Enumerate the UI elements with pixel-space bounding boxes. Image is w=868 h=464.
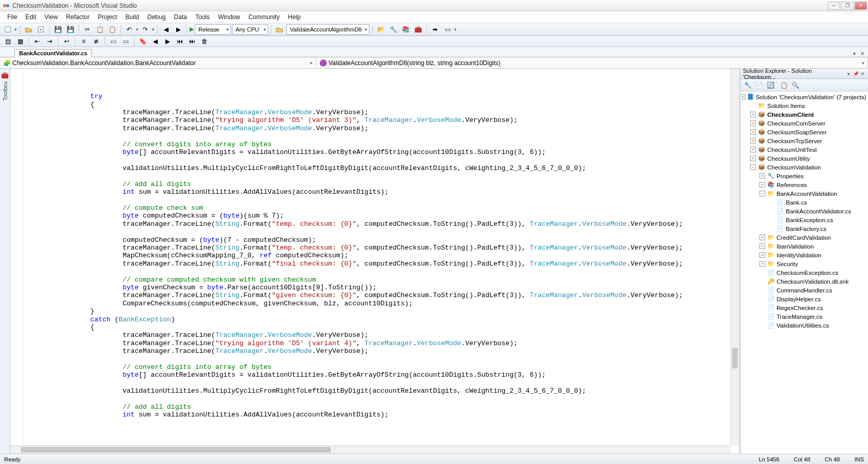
open-file-button[interactable]	[23, 24, 34, 35]
uncomment-button[interactable]: ≢	[90, 36, 102, 47]
code-line[interactable]: {	[26, 101, 731, 109]
save-button[interactable]: 💾	[52, 24, 64, 35]
code-line[interactable]	[26, 268, 731, 275]
start-page-button[interactable]: ➡	[429, 24, 441, 35]
tree-node[interactable]: 📄BankFactory.cs	[741, 224, 868, 233]
solution-root-node[interactable]: − 📘 Solution 'ChecksumValidation' (7 pro…	[741, 92, 868, 101]
nav-back-button[interactable]: ◀	[160, 24, 172, 35]
uncomment-selection-button[interactable]: ▭	[120, 36, 131, 47]
menu-data[interactable]: Data	[170, 12, 191, 22]
properties-button[interactable]: 🔧	[388, 24, 399, 35]
solution-tree[interactable]: − 📘 Solution 'ChecksumValidation' (7 pro…	[741, 91, 868, 454]
code-line[interactable]	[26, 172, 731, 180]
toolbox-button[interactable]: 🧰	[412, 24, 424, 35]
code-line[interactable]: }	[26, 307, 731, 315]
undo-button[interactable]: ↶	[123, 24, 135, 35]
tree-node[interactable]: +📦ChecksumSoapServer	[741, 128, 868, 136]
code-line[interactable]: // compare computed checksum with given …	[26, 276, 731, 284]
vertical-scrollbar[interactable]	[731, 69, 739, 445]
code-content[interactable]: try { traceManager.TraceLine(TraceManage…	[10, 69, 731, 445]
code-line[interactable]: byte givenChecksum = byte.Parse(account1…	[26, 284, 731, 291]
display-quickinfo-button[interactable]: ▦	[14, 36, 26, 47]
tree-node[interactable]: +📁CreditCardValidation	[741, 233, 868, 242]
clear-bookmarks-button[interactable]: 🗑	[199, 36, 210, 47]
code-line[interactable]	[26, 196, 731, 204]
code-line[interactable]: int sum = validationUtilities.AddAllValu…	[26, 411, 731, 419]
code-line[interactable]: validationUtilities.MultiplyCyclicFromRi…	[26, 387, 731, 395]
code-line[interactable]	[26, 379, 731, 387]
menu-tools[interactable]: Tools	[191, 12, 214, 22]
word-wrap-button[interactable]: ↩	[61, 36, 72, 47]
code-line[interactable]: byte[] accountRelevantDigits = validatio…	[26, 148, 731, 156]
expand-icon[interactable]: −	[742, 94, 746, 100]
redo-button[interactable]: ↷	[140, 24, 151, 35]
code-line[interactable]: CompareChecksums(computedChecksum, given…	[26, 300, 731, 307]
code-line[interactable]: traceManager.TraceLine(String.Format("te…	[26, 244, 731, 252]
tree-node[interactable]: +🔧Properties	[741, 172, 868, 180]
tree-node[interactable]: +📁IbanValidation	[741, 242, 868, 251]
code-line[interactable]: int sum = validationUtilities.AddAllValu…	[26, 188, 731, 196]
copy-button[interactable]: 📋	[94, 24, 105, 35]
tree-node[interactable]: 📄Bank.cs	[741, 198, 868, 207]
expand-icon[interactable]: +	[750, 120, 756, 126]
tree-node[interactable]: 📄BankException.cs	[741, 215, 868, 224]
file-tab-active[interactable]: BankAccountValidator.cs	[14, 49, 92, 57]
code-line[interactable]: catch (BankException)	[26, 316, 731, 323]
code-line[interactable]: traceManager.TraceLine("trying algorithm…	[26, 116, 731, 124]
tab-scroll-down-icon[interactable]: ▾	[850, 50, 858, 57]
code-line[interactable]: traceManager.TraceLine(String.Format("te…	[26, 220, 731, 228]
code-line[interactable]: validationUtilities.MultiplyCyclicFromRi…	[26, 164, 731, 172]
prev-bookmark-folder-button[interactable]: ⏮	[174, 36, 185, 47]
code-line[interactable]	[26, 355, 731, 363]
minimize-button[interactable]: ─	[828, 2, 840, 10]
expand-icon[interactable]: +	[760, 173, 765, 179]
code-line[interactable]: // add all digits	[26, 403, 731, 411]
menu-file[interactable]: File	[3, 12, 21, 22]
decrease-indent-button[interactable]: ⇤	[32, 36, 43, 47]
menu-window[interactable]: Window	[214, 12, 244, 22]
tree-node[interactable]: 🔑ChecksumValidation.dll.snk	[741, 277, 868, 286]
prev-bookmark-button[interactable]: ◀	[149, 36, 161, 47]
code-line[interactable]: traceManager.TraceLine("trying algorithm…	[26, 339, 731, 347]
tab-close-icon[interactable]: ✕	[859, 50, 866, 57]
tree-node[interactable]: 📄ChecksumException.cs	[741, 268, 868, 277]
pane-close-icon[interactable]: ✕	[860, 71, 866, 77]
new-project-button[interactable]	[2, 24, 13, 35]
cut-button[interactable]: ✂	[82, 24, 93, 35]
se-refresh-button[interactable]: 🔄	[766, 81, 775, 90]
bookmark-button[interactable]: 🔖	[137, 36, 148, 47]
se-show-all-button[interactable]: 📄	[754, 81, 764, 90]
tree-node[interactable]: +📁Security	[741, 259, 868, 268]
expand-icon[interactable]: +	[750, 129, 756, 135]
code-line[interactable]: traceManager.TraceLine(TraceManager.Verb…	[26, 125, 731, 132]
expand-icon[interactable]: +	[750, 147, 756, 152]
expand-icon[interactable]: −	[750, 164, 756, 170]
code-line[interactable]: try	[26, 92, 731, 100]
menu-help[interactable]: Help	[284, 12, 305, 22]
expand-icon[interactable]: +	[760, 235, 765, 240]
nav-fwd-button[interactable]: ▶	[173, 24, 184, 35]
menu-edit[interactable]: Edit	[21, 12, 40, 22]
code-line[interactable]	[26, 132, 731, 140]
member-selector[interactable]: 🟣 ValidateAccountAlgorithmD8(string blz,…	[316, 57, 868, 68]
code-line[interactable]: traceManager.TraceLine(String.Format("gi…	[26, 291, 731, 299]
vscroll-thumb[interactable]	[732, 348, 738, 368]
tree-node[interactable]: 📄DisplayHelper.cs	[741, 295, 868, 303]
menu-project[interactable]: Project	[94, 12, 121, 22]
tree-node[interactable]: +📦ChecksumComServer	[741, 119, 868, 128]
expand-icon[interactable]: +	[750, 138, 756, 144]
code-line[interactable]	[26, 156, 731, 164]
code-line[interactable]: MapChecksum(cChecksumMapping_7_0, ref co…	[26, 252, 731, 259]
code-line[interactable]: byte[] accountRelevantDigits = validatio…	[26, 371, 731, 379]
menu-view[interactable]: View	[40, 12, 62, 22]
tree-node[interactable]: +📦ChecksumClient	[741, 110, 868, 119]
expand-icon[interactable]: +	[760, 243, 765, 249]
increase-indent-button[interactable]: ⇥	[44, 36, 55, 47]
code-line[interactable]: // convert digits into array of bytes	[26, 141, 731, 148]
hscroll-thumb[interactable]	[21, 447, 331, 453]
code-line[interactable]: // add all digits	[26, 180, 731, 188]
expand-icon[interactable]: +	[750, 112, 756, 117]
tree-node[interactable]: +📁IdentityValidation	[741, 251, 868, 259]
expand-icon[interactable]: +	[750, 156, 756, 161]
code-line[interactable]: traceManager.TraceLine(TraceManager.Verb…	[26, 347, 731, 355]
